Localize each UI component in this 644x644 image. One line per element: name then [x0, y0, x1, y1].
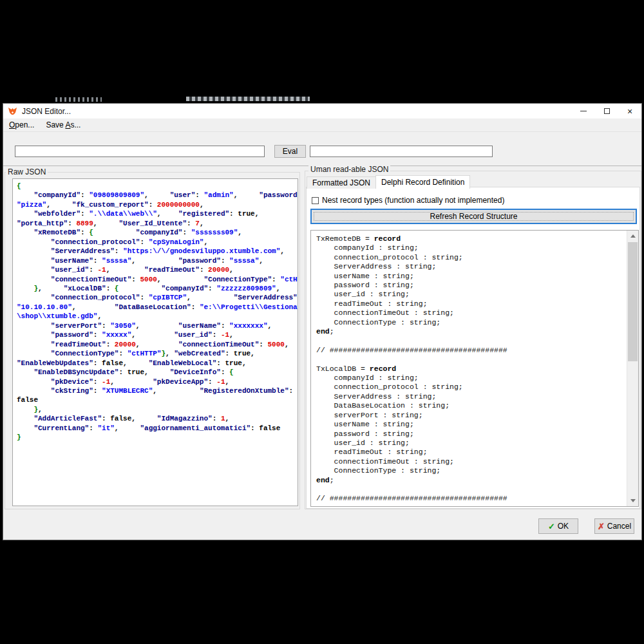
record-line: companyId : string; — [316, 374, 627, 383]
minimize-button[interactable] — [572, 104, 595, 118]
record-line: // #####################################… — [316, 494, 627, 503]
json-editor-window: JSON Editor... × Open...Save As... Eval … — [3, 103, 642, 540]
json-line: "connection_protocol": "cpSynaLogin", — [17, 238, 298, 247]
record-line: ServerAddress : string; — [316, 262, 627, 271]
menubar: Open...Save As... — [3, 118, 641, 132]
json-line: "serverPort": "3050", "userName": "xxxxx… — [17, 321, 298, 330]
scroll-thumb[interactable] — [628, 242, 638, 361]
eval-button[interactable]: Eval — [274, 145, 306, 158]
tab-formatted-json[interactable]: Formatted JSON — [307, 176, 376, 189]
check-icon: ✓ — [548, 522, 555, 531]
record-line: DataBaseLocation : string; — [316, 401, 627, 410]
scroll-down-button[interactable] — [627, 495, 638, 506]
record-line: end; — [316, 327, 627, 336]
ok-button[interactable]: ✓ OK — [538, 518, 578, 534]
json-line: { — [17, 182, 298, 191]
json-line: "connection_protocol": "cpIBTCP", "Serve… — [17, 293, 298, 302]
menu-item-open[interactable]: Open... — [3, 119, 40, 131]
record-line: connectionTimeOut : string; — [316, 457, 627, 466]
json-line: "companyId": "09809809809", "user": "adm… — [17, 191, 298, 200]
record-line: user_id : string; — [316, 290, 627, 299]
record-line: TxLocalDB = record — [316, 365, 627, 374]
nest-record-checkbox-row: Nest record types (function actually not… — [312, 196, 504, 205]
record-line: ConnectionType : string; — [316, 318, 627, 327]
record-line: end; — [316, 476, 627, 485]
app-icon — [8, 106, 17, 116]
close-icon: × — [627, 107, 632, 116]
json-line: "userName": "ssssa", "password": "ssssa"… — [17, 256, 298, 265]
cancel-button-label: Cancel — [607, 522, 631, 531]
cross-icon: ✗ — [598, 522, 605, 531]
background-window-sliver — [186, 97, 310, 101]
json-line: "webfolder": ".\\data\\web\\", "register… — [17, 209, 298, 218]
record-line: companyId : string; — [316, 243, 627, 252]
json-line: "pizza", "fk_custom_report": 2000000000, — [17, 200, 298, 209]
json-line: "ckString": "XTUMBLECRC", "RegisteredOnX… — [17, 386, 298, 395]
json-line: "EnableDBSyncUpdate": true, "DeviceInfo"… — [17, 368, 298, 377]
tab-bar: Formatted JSONDelphi Record Definition — [307, 175, 469, 189]
tab-delphi-record-definition[interactable]: Delphi Record Definition — [375, 175, 470, 189]
raw-json-memo[interactable]: { "companyId": "09809809809", "user": "a… — [12, 178, 298, 506]
json-line: }, "xLocalDB": { "companyId": "zzzzzz809… — [17, 284, 298, 293]
json-line: false — [17, 395, 298, 404]
record-line: TxRemoteDB = record — [316, 234, 627, 243]
json-line: "ConnectionType": "ctHTTP"}, "webCreated… — [17, 349, 298, 358]
scroll-up-button[interactable] — [627, 231, 638, 242]
json-line: "porta_http": 8899, "User_Id_Utente": 7, — [17, 219, 298, 228]
record-line — [316, 336, 627, 345]
maximize-icon — [604, 108, 610, 114]
record-line: connectionTimeOut : string; — [316, 308, 627, 317]
json-line: "password": "xxxxx", "user_id": -1, — [17, 330, 298, 339]
chevron-up-icon — [630, 234, 636, 238]
json-line: "pkDevice": -1, "pkDeviceApp": -1, — [17, 377, 298, 386]
json-line: "CurrentLang": "it", "aggiornamenti_auto… — [17, 424, 298, 433]
record-line: password : string; — [316, 281, 627, 290]
eval-left-input[interactable] — [15, 146, 265, 157]
toolbar: Eval — [3, 132, 641, 166]
json-line: \shop\\xtumble.gdb", — [17, 312, 298, 321]
record-line: readTimeOut : string; — [316, 448, 627, 457]
title-bar: JSON Editor... × — [3, 104, 641, 118]
record-line: connection_protocol : string; — [316, 383, 627, 392]
menu-item-save-as[interactable]: Save As... — [40, 119, 86, 131]
json-line: "10.10.10.80", "DataBaseLocation": "e:\\… — [17, 303, 298, 312]
record-line: readTimeOut : string; — [316, 299, 627, 308]
record-definition-memo-content: TxRemoteDB = record companyId : string; … — [311, 231, 627, 506]
raw-json-group-label: Raw JSON — [6, 167, 48, 176]
memo-scrollbar[interactable] — [627, 231, 638, 506]
record-definition-memo[interactable]: TxRemoteDB = record companyId : string; … — [310, 230, 639, 507]
eval-right-input[interactable] — [310, 146, 493, 157]
nest-record-checkbox[interactable] — [312, 197, 319, 204]
record-line: userName : string; — [316, 272, 627, 281]
record-line: serverPort : string; — [316, 411, 627, 420]
cancel-button[interactable]: ✗ Cancel — [594, 518, 634, 534]
json-line: "user_id": -1, "readTimeOut": 20000, — [17, 265, 298, 274]
maximize-button[interactable] — [595, 104, 618, 118]
refresh-record-structure-button[interactable]: Refresh Record Structure — [310, 209, 637, 224]
chevron-down-icon — [630, 499, 636, 502]
record-line: // #####################################… — [316, 346, 627, 355]
json-line: } — [17, 433, 298, 442]
record-line: password : string; — [316, 430, 627, 439]
background-window-sliver — [55, 97, 102, 102]
close-button[interactable]: × — [618, 104, 641, 118]
readable-group-label: Uman read-able JSON — [308, 165, 390, 174]
ok-button-label: OK — [558, 522, 569, 531]
record-line: ConnectionType : string; — [316, 466, 627, 475]
json-line: "connectionTimeOut": 5000, "ConnectionTy… — [17, 275, 298, 284]
record-line: connection_protocol : string; — [316, 253, 627, 262]
record-line: ServerAddress : string; — [316, 392, 627, 401]
json-line: "readTimeOut": 20000, "connectionTimeOut… — [17, 340, 298, 349]
minimize-icon — [580, 111, 587, 111]
record-line: userName : string; — [316, 420, 627, 429]
record-line — [316, 485, 627, 494]
json-line: "ServerAddress": "https:\/\/gnodesvilupp… — [17, 247, 298, 256]
json-line: "xRemoteDB": { "companyId": "sssssss09", — [17, 228, 298, 237]
record-line — [316, 355, 627, 364]
json-line: "EnableWebUpdates": false, "EnableWebLoc… — [17, 359, 298, 368]
window-title: JSON Editor... — [22, 107, 71, 116]
nest-record-checkbox-label: Nest record types (function actually not… — [322, 196, 504, 205]
record-line: user_id : string; — [316, 439, 627, 448]
json-line: "AddArticleFast": false, "IdMagazzino": … — [17, 414, 298, 423]
json-line: }, — [17, 405, 298, 414]
